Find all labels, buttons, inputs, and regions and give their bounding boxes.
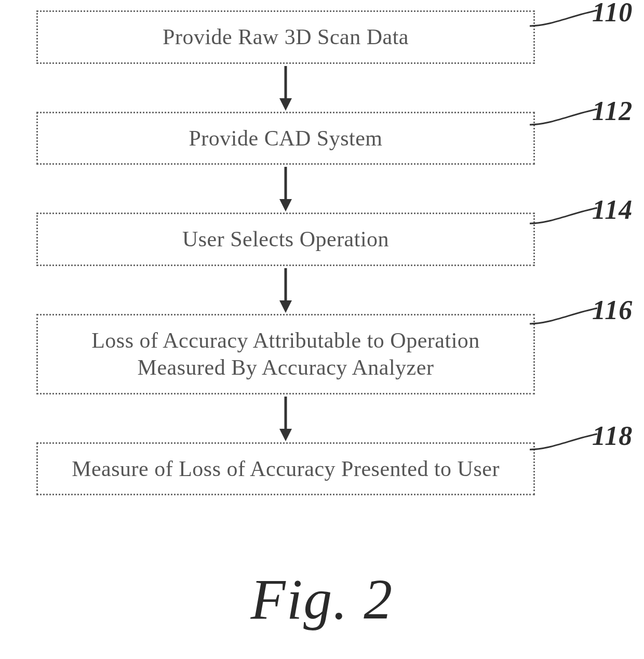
leader-line-icon [530,203,602,234]
svg-marker-7 [279,429,292,441]
step-text: User Selects Operation [182,227,389,251]
step-label-118: 118 [592,420,633,451]
arrow-down-icon [275,266,296,314]
step-label-114: 114 [592,194,633,225]
step-box-116: Loss of Accuracy Attributable to Operati… [36,314,535,394]
leader-line-icon [530,104,602,135]
arrow-down-icon [275,165,296,213]
arrow-1 [31,64,540,112]
flowchart: Provide Raw 3D Scan Data Provide CAD Sys… [31,10,540,495]
step-label-112: 112 [592,96,633,126]
leader-line-icon [530,429,602,460]
leader-line-icon [530,303,602,334]
arrow-down-icon [275,394,296,442]
svg-marker-3 [279,199,292,212]
step-label-110: 110 [592,0,633,28]
step-text: Provide CAD System [189,126,382,150]
step-box-110: Provide Raw 3D Scan Data [36,10,535,64]
arrow-4 [31,394,540,442]
arrow-down-icon [275,64,296,112]
step-box-112: Provide CAD System [36,112,535,165]
svg-marker-5 [279,300,292,313]
step-box-118: Measure of Loss of Accuracy Presented to… [36,442,535,496]
svg-marker-1 [279,98,292,111]
step-label-116: 116 [592,295,633,325]
arrow-2 [31,165,540,213]
step-text: Loss of Accuracy Attributable to Operati… [91,328,480,380]
step-text: Measure of Loss of Accuracy Presented to… [72,457,500,481]
arrow-3 [31,266,540,314]
figure-caption: Fig. 2 [0,566,644,632]
leader-line-icon [530,5,602,36]
step-box-114: User Selects Operation [36,213,535,266]
diagram-canvas: Provide Raw 3D Scan Data Provide CAD Sys… [0,0,644,659]
step-text: Provide Raw 3D Scan Data [163,25,409,49]
